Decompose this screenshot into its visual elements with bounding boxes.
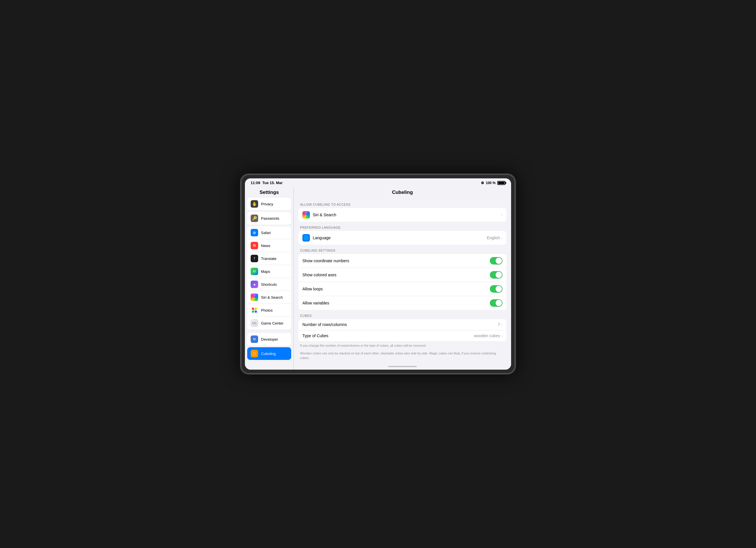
allow-loops-label: Allow loops [302, 286, 323, 291]
language-row[interactable]: 🌐 Language English › [298, 231, 506, 245]
num-rows-chevron: › [501, 322, 502, 327]
type-cubes-label: Type of Cubes [302, 333, 328, 338]
sidebar-item-developer[interactable]: ⚒ Developer [247, 333, 291, 345]
sidebar-item-safari[interactable]: ⊕ Safari [247, 226, 291, 239]
section-cubes-label: CUBES [298, 310, 506, 319]
translate-label: Translate [261, 257, 277, 261]
photos-icon-sidebar [251, 306, 258, 314]
status-right: ⊕ 100 % [481, 181, 505, 185]
cubeling-icon: ⬡ [251, 350, 258, 357]
show-coordinates-label: Show coordinate numbers [302, 259, 349, 263]
section-language: PREFERRED LANGUAGE 🌐 Language English › [298, 222, 506, 245]
siri-search-row[interactable]: Siri & Search › [298, 208, 506, 222]
detail-title: Cubeling [294, 187, 511, 199]
news-icon: N [251, 242, 258, 249]
gamecenter-label: Game Center [261, 321, 283, 325]
passwords-icon: 🔑 [251, 215, 258, 222]
petal-green [252, 310, 254, 313]
allow-loops-row[interactable]: Allow loops [298, 282, 506, 296]
passwords-label: Passwords [261, 216, 279, 221]
access-group: Siri & Search › [298, 208, 506, 222]
sidebar-item-siri[interactable]: Siri & Search [247, 291, 291, 304]
sidebar-group-passwords: 🔑 Passwords [247, 212, 291, 225]
translate-icon: T [251, 255, 258, 262]
type-cubes-value: wooden cubes › [474, 333, 502, 338]
num-rows-row[interactable]: Number of rows/columns 7 › [298, 319, 506, 330]
section-cubes: CUBES Number of rows/columns 7 › Type of [298, 310, 506, 361]
num-rows-label: Number of rows/columns [302, 322, 347, 327]
type-cubes-chevron: › [501, 333, 502, 338]
sidebar-item-maps[interactable]: M Maps [247, 265, 291, 278]
sidebar-item-translate[interactable]: T Translate [247, 252, 291, 265]
sidebar-group-privacy: ✋ Privacy [247, 198, 291, 210]
petal-blue [255, 310, 257, 313]
privacy-label: Privacy [261, 202, 273, 206]
allow-variables-row[interactable]: Allow variables [298, 296, 506, 310]
developer-icon: ⚒ [251, 335, 258, 343]
siri-label: Siri & Search [261, 295, 283, 299]
toggle-knob-2 [496, 272, 502, 278]
show-coordinates-toggle[interactable] [490, 257, 502, 265]
news-label: News [261, 244, 270, 248]
ipad-frame: 11:09 Tue 15. Mar ⊕ 100 % Settings ✋ Pri… [240, 174, 516, 374]
shortcuts-label: Shortcuts [261, 282, 277, 286]
sidebar-item-privacy[interactable]: ✋ Privacy [247, 198, 291, 210]
battery-fill [498, 182, 504, 184]
sidebar-group-apps: ⊕ Safari N News T Translate M Maps [247, 226, 291, 329]
ipad-screen: 11:09 Tue 15. Mar ⊕ 100 % Settings ✋ Pri… [245, 178, 511, 370]
gamecenter-icon: GC [251, 319, 258, 327]
maps-icon: M [251, 268, 258, 275]
allow-loops-toggle[interactable] [490, 285, 502, 293]
cubes-group: Number of rows/columns 7 › Type of Cubes… [298, 319, 506, 341]
developer-label: Developer [261, 337, 278, 341]
status-bar: 11:09 Tue 15. Mar ⊕ 100 % [245, 178, 511, 187]
allow-variables-label: Allow variables [302, 301, 329, 305]
privacy-icon: ✋ [251, 200, 258, 208]
cubes-footnote1: If you change the number of rows/columns… [298, 341, 506, 349]
sidebar-item-photos[interactable]: Photos [247, 304, 291, 317]
num-rows-value: 7 › [498, 322, 502, 327]
sidebar-group-developer: ⚒ Developer [247, 333, 291, 345]
photos-label: Photos [261, 308, 273, 312]
section-settings-label: CUBELING SETTINGS [298, 245, 506, 254]
toggle-knob-4 [496, 300, 502, 306]
allow-variables-toggle[interactable] [490, 299, 502, 307]
sidebar-item-passwords[interactable]: 🔑 Passwords [247, 212, 291, 225]
siri-search-left: Siri & Search [302, 211, 336, 219]
petal-red [252, 307, 254, 310]
siri-icon-sidebar [251, 293, 258, 301]
status-time: 11:09 Tue 15. Mar [251, 181, 283, 185]
detail-sections: ALLOW CUBELING TO ACCESS Siri & Search › [294, 199, 511, 364]
sidebar-item-news[interactable]: N News [247, 239, 291, 252]
toggle-knob [496, 258, 502, 264]
show-coordinates-row[interactable]: Show coordinate numbers [298, 254, 506, 268]
sidebar-item-cubeling[interactable]: ⬡ Cubeling [247, 347, 291, 360]
cubeling-label: Cubeling [261, 351, 276, 356]
show-axes-row[interactable]: Show colored axes [298, 268, 506, 282]
home-indicator [294, 364, 511, 368]
safari-label: Safari [261, 231, 271, 235]
section-access-label: ALLOW CUBELING TO ACCESS [298, 199, 506, 208]
section-access: ALLOW CUBELING TO ACCESS Siri & Search › [298, 199, 506, 222]
shortcuts-icon: ◈ [251, 280, 258, 288]
sidebar-title: Settings [245, 187, 293, 198]
cubes-footnote2: Wooden cubes can only be stacked on top … [298, 349, 506, 361]
settings-group: Show coordinate numbers Show colored axe… [298, 254, 506, 310]
language-label: Language [313, 236, 331, 240]
home-bar [388, 366, 417, 367]
photos-petals [252, 307, 257, 313]
sidebar: Settings ✋ Privacy 🔑 Passwords [245, 187, 294, 370]
toggle-knob-3 [496, 286, 502, 292]
sidebar-item-gamecenter[interactable]: GC Game Center [247, 317, 291, 329]
section-language-label: PREFERRED LANGUAGE [298, 222, 506, 231]
siri-search-chevron: › [501, 213, 502, 217]
sidebar-item-shortcuts[interactable]: ◈ Shortcuts [247, 278, 291, 291]
show-axes-toggle[interactable] [490, 271, 502, 278]
sidebar-group-cubeling: ⬡ Cubeling [247, 347, 291, 360]
language-value: English › [487, 236, 502, 240]
language-left: 🌐 Language [302, 234, 331, 242]
siri-search-label: Siri & Search [313, 213, 336, 217]
type-cubes-row[interactable]: Type of Cubes wooden cubes › [298, 330, 506, 341]
language-group: 🌐 Language English › [298, 231, 506, 245]
petal-yellow [255, 307, 257, 310]
